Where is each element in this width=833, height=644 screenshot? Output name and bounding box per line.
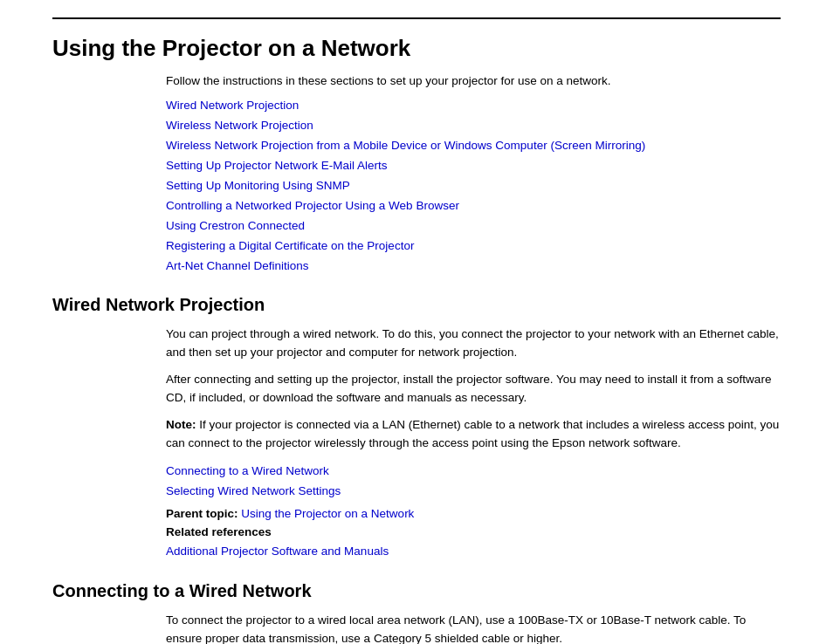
parent-topic-link[interactable]: Using the Projector on a Network (241, 507, 414, 520)
toc-link-2[interactable]: Wireless Network Projection from a Mobil… (166, 136, 781, 156)
toc-link-0[interactable]: Wired Network Projection (166, 96, 781, 116)
main-title: Using the Projector on a Network (52, 35, 781, 62)
connecting-section-title: Connecting to a Wired Network (52, 581, 781, 601)
note-body: If your projector is connected via a LAN… (166, 418, 779, 449)
wired-section-title: Wired Network Projection (52, 295, 781, 315)
page-container: Using the Projector on a Network Follow … (0, 0, 833, 644)
toc-link-5[interactable]: Controlling a Networked Projector Using … (166, 196, 781, 216)
note-label: Note: (166, 418, 196, 431)
toc-link-6[interactable]: Using Crestron Connected (166, 216, 781, 236)
toc-link-7[interactable]: Registering a Digital Certificate on the… (166, 236, 781, 257)
top-rule (52, 17, 781, 19)
toc-link-8[interactable]: Art-Net Channel Definitions (166, 257, 781, 277)
wired-para1: You can project through a wired network.… (166, 325, 781, 362)
related-refs-link[interactable]: Additional Projector Software and Manual… (166, 542, 781, 562)
wired-links: Connecting to a Wired Network Selecting … (166, 462, 781, 502)
related-refs-links: Additional Projector Software and Manual… (166, 542, 781, 562)
parent-topic-label: Parent topic: (166, 507, 238, 520)
connecting-para1: To connect the projector to a wired loca… (166, 612, 781, 644)
wired-link-1[interactable]: Selecting Wired Network Settings (166, 482, 781, 502)
related-refs-label: Related references (166, 525, 272, 538)
wired-para2: After connecting and setting up the proj… (166, 371, 781, 408)
parent-topic-line: Parent topic: Using the Projector on a N… (166, 507, 781, 520)
toc-link-3[interactable]: Setting Up Projector Network E-Mail Aler… (166, 156, 781, 176)
toc-link-4[interactable]: Setting Up Monitoring Using SNMP (166, 176, 781, 196)
intro-text: Follow the instructions in these section… (166, 74, 781, 87)
wired-link-0[interactable]: Connecting to a Wired Network (166, 462, 781, 482)
wired-note: Note: If your projector is connected via… (166, 416, 781, 453)
toc-link-1[interactable]: Wireless Network Projection (166, 116, 781, 136)
related-refs-label-line: Related references (166, 525, 781, 538)
toc-link-list: Wired Network Projection Wireless Networ… (166, 96, 781, 276)
